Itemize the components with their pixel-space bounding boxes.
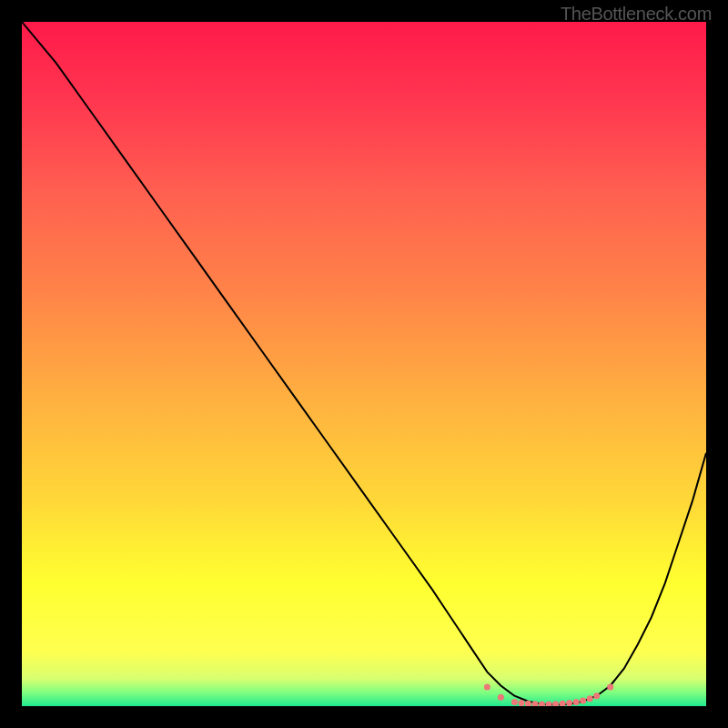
optimal-marker [498,694,504,701]
optimal-marker [587,695,593,702]
optimal-marker [580,697,586,703]
optimal-marker [539,701,545,706]
optimal-marker [518,700,524,706]
optimal-marker [566,700,572,706]
optimal-marker [573,699,580,705]
chart-plot-area [22,22,706,706]
optimal-marker [484,683,490,690]
optimal-marker [552,701,559,706]
optimal-marker [593,693,600,699]
optimal-marker [511,699,518,705]
optimal-marker [560,701,566,706]
optimal-marker [546,701,552,706]
chart-curve [22,22,706,706]
optimal-marker [607,683,613,690]
bottleneck-line [22,22,706,705]
watermark-text: TheBottleneck.com [561,4,712,25]
